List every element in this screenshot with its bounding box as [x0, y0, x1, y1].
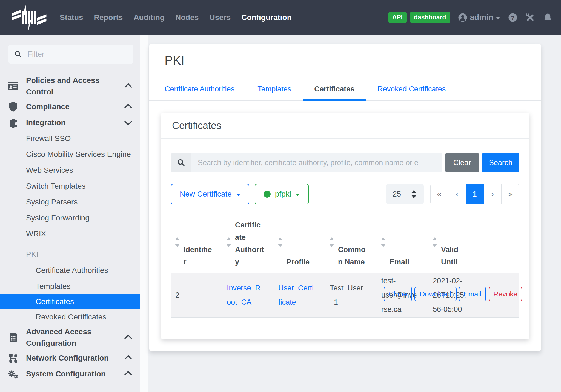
clipboard-icon	[8, 332, 19, 343]
dashboard-badge[interactable]: dashboard	[410, 12, 450, 23]
notifications-bell-icon[interactable]	[543, 13, 553, 22]
sidebar-scrollbar[interactable]	[140, 35, 148, 392]
svg-text:?: ?	[511, 14, 515, 21]
status-dot-icon	[264, 191, 271, 198]
navbar-right: API dashboard admin ?	[388, 12, 553, 23]
sidebar-item-wrix[interactable]: WRIX	[0, 226, 140, 242]
sidebar-menu: Policies and Access ControlComplianceInt…	[0, 74, 140, 382]
sidebar-item-cisco-mobility-services-engine[interactable]: Cisco Mobility Services Engine	[0, 146, 140, 162]
table-body: 2Inverse_R oot_CAUser_Certi ficateTest_U…	[171, 273, 519, 318]
panel-title: Certificates	[161, 113, 529, 139]
toolbar: New Certificate pfpki 25 «‹1›»	[171, 184, 519, 204]
help-icon[interactable]: ?	[508, 13, 518, 22]
page-size-select[interactable]: 25	[386, 184, 424, 204]
puzzle-icon	[8, 117, 19, 128]
tab-certificate-authorities[interactable]: Certificate Authorities	[153, 77, 246, 100]
chevron-down-icon	[236, 194, 241, 196]
column-label-certificate-authority: Certific ate Authorit y	[235, 219, 264, 268]
nav-item-auditing[interactable]: Auditing	[133, 13, 165, 22]
download-button[interactable]: Download	[414, 287, 457, 301]
sidebar-item-integration[interactable]: Integration	[0, 115, 140, 131]
sidebar-item-label: Integration	[26, 117, 66, 128]
table-header: Identifie rCertific ate Authorit yProfil…	[171, 214, 519, 273]
filter-input[interactable]	[27, 50, 127, 59]
clear-button[interactable]: Clear	[445, 153, 479, 172]
chevron-up-icon	[124, 371, 132, 379]
sort-icon[interactable]	[174, 237, 180, 247]
sidebar-item-compliance[interactable]: Compliance	[0, 99, 140, 115]
column-header-common-name[interactable]: Commo n Name	[325, 214, 377, 273]
search-input[interactable]	[191, 153, 442, 172]
chevron-up-icon	[124, 83, 132, 91]
ca-selector-label: pfpki	[275, 190, 291, 198]
column-header-certificate-authority[interactable]: Certific ate Authorit y	[222, 214, 274, 273]
column-header-identifier[interactable]: Identifie r	[171, 214, 222, 273]
sidebar-item-certificate-authorities[interactable]: Certificate Authorities	[0, 263, 140, 278]
sidebar-item-advanced-access-configuration[interactable]: Advanced Access Configuration	[0, 325, 140, 350]
service-badges: API dashboard	[388, 12, 450, 23]
gears-icon	[8, 368, 19, 379]
nav-item-configuration[interactable]: Configuration	[241, 13, 292, 22]
column-header-email[interactable]: Email	[377, 214, 428, 273]
search-button[interactable]: Search	[482, 153, 519, 172]
certificates-card: Certificates Clear Search New Certificat…	[161, 113, 529, 339]
email-button[interactable]: Email	[459, 287, 486, 301]
sort-icon[interactable]	[277, 237, 283, 247]
column-header-profile[interactable]: Profile	[274, 214, 325, 273]
pki-card: PKI Certificate AuthoritiesTemplatesCert…	[149, 44, 541, 351]
sidebar-item-syslog-parsers[interactable]: Syslog Parsers	[0, 194, 140, 210]
column-label-identifier: Identifie r	[184, 244, 212, 268]
sidebar-item-certificates[interactable]: Certificates	[0, 294, 140, 309]
revoke-button[interactable]: Revoke	[489, 287, 522, 301]
new-certificate-label: New Certificate	[180, 190, 232, 198]
sidebar-item-label: Policies and Access Control	[26, 75, 121, 98]
user-name: admin	[470, 13, 493, 22]
pagination-first[interactable]: «	[430, 184, 448, 204]
sidebar-item-web-services[interactable]: Web Services	[0, 162, 140, 178]
user-menu[interactable]: admin	[458, 13, 500, 22]
new-certificate-button[interactable]: New Certificate	[171, 184, 249, 204]
certificates-table: Identifie rCertific ate Authorit yProfil…	[171, 214, 519, 318]
nav-item-reports[interactable]: Reports	[94, 13, 123, 22]
sidebar-item-syslog-forwarding[interactable]: Syslog Forwarding	[0, 210, 140, 226]
ca-selector-button[interactable]: pfpki	[255, 184, 309, 204]
chevron-up-icon	[124, 104, 132, 111]
certificates-body: Clear Search New Certificate pfpki	[161, 153, 529, 318]
sidebar-item-label: Compliance	[26, 101, 70, 113]
sidebar-item-policies-and-access-control[interactable]: Policies and Access Control	[0, 74, 140, 99]
pagination-next[interactable]: ›	[484, 184, 502, 204]
packetfence-logo-icon[interactable]	[11, 4, 47, 31]
pagination-page-1[interactable]: 1	[466, 184, 484, 204]
shield-icon	[8, 101, 19, 112]
chevron-down-icon	[124, 118, 132, 125]
top-navbar: StatusReportsAuditingNodesUsersConfigura…	[0, 0, 561, 35]
chevron-up-icon	[124, 335, 132, 342]
sidebar-item-firewall-sso[interactable]: Firewall SSO	[0, 131, 140, 146]
sidebar-item-label: Advanced Access Configuration	[26, 326, 121, 349]
sidebar-item-templates[interactable]: Templates	[0, 278, 140, 294]
nav-item-status[interactable]: Status	[60, 13, 83, 22]
sort-icon[interactable]	[329, 237, 334, 247]
tab-templates[interactable]: Templates	[246, 77, 303, 100]
clone-button[interactable]: Clone	[384, 287, 412, 301]
tab-revoked-certificates[interactable]: Revoked Certificates	[366, 77, 457, 100]
chevron-up-icon	[124, 355, 132, 363]
page-root: StatusReportsAuditingNodesUsersConfigura…	[0, 0, 561, 392]
sidebar-item-revoked-certificates[interactable]: Revoked Certificates	[0, 309, 140, 325]
sidebar-item-switch-templates[interactable]: Switch Templates	[0, 178, 140, 194]
sidebar-item-system-configuration[interactable]: System Configuration	[0, 366, 140, 382]
pagination-last[interactable]: »	[502, 184, 519, 204]
tab-certificates[interactable]: Certificates	[303, 77, 366, 100]
sidebar-item-network-configuration[interactable]: Network Configuration	[0, 350, 140, 366]
page-size-value: 25	[393, 190, 401, 198]
sort-icon[interactable]	[380, 237, 386, 247]
nav-item-nodes[interactable]: Nodes	[175, 13, 199, 22]
column-header-valid-until[interactable]: Valid Until	[428, 214, 480, 273]
chevron-down-icon	[296, 194, 300, 196]
tools-icon[interactable]	[525, 13, 535, 22]
api-badge[interactable]: API	[388, 12, 407, 23]
pagination-prev[interactable]: ‹	[448, 184, 466, 204]
sort-icon[interactable]	[226, 237, 231, 247]
nav-item-users[interactable]: Users	[209, 13, 231, 22]
sort-icon[interactable]	[432, 237, 437, 247]
